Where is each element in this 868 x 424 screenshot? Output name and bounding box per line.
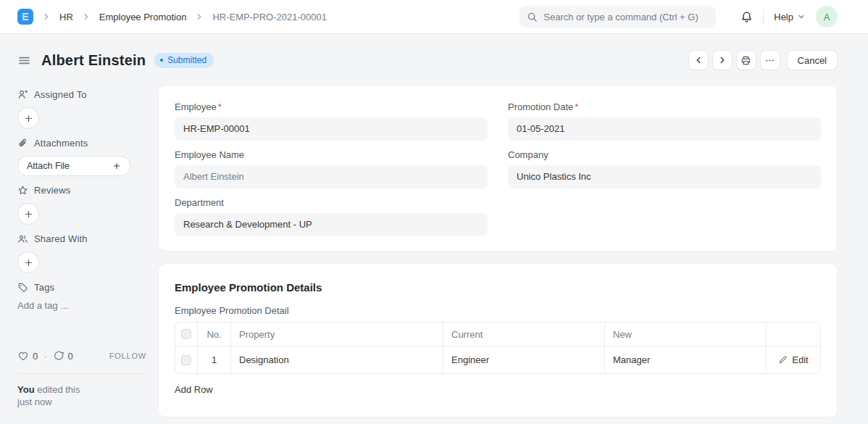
prev-document-button[interactable] [688, 50, 709, 70]
form-main: Employee* HR-EMP-00001 Promotion Date* 0… [158, 85, 838, 417]
field-company: Company Unico Plastics Inc [508, 149, 821, 188]
header-actions [766, 323, 820, 346]
chevron-right-icon [41, 12, 51, 22]
grid-field-label: Employee Promotion Detail [175, 305, 821, 316]
form-sidebar: Assigned To Attachments Attach File [17, 85, 146, 417]
plus-icon [112, 162, 121, 170]
employee-name-input[interactable]: Albert Einstein [175, 165, 488, 188]
cell-property[interactable]: Designation [230, 346, 443, 373]
promotion-date-label: Promotion Date* [508, 101, 821, 112]
breadcrumb-doctype[interactable]: Employee Promotion [99, 12, 187, 22]
field-department: Department Research & Development - UP [175, 197, 488, 236]
company-input[interactable]: Unico Plastics Inc [508, 165, 821, 188]
users-icon [17, 233, 28, 244]
shared-with-label: Shared With [34, 233, 88, 244]
comment-count: 0 [68, 351, 73, 362]
assigned-to-label: Assigned To [34, 89, 87, 100]
field-empty [508, 197, 821, 236]
department-input[interactable]: Research & Development - UP [175, 213, 488, 236]
help-menu[interactable]: Help [774, 12, 806, 22]
table-row[interactable]: 1 Designation Engineer Manager Edit [175, 346, 820, 373]
reviews-section: Reviews [17, 185, 146, 225]
row-select-cell [175, 346, 197, 373]
add-row-button[interactable]: Add Row [175, 384, 213, 395]
app-logo-icon[interactable]: E [17, 9, 33, 25]
tags-section: Tags Add a tag ... [17, 282, 146, 311]
select-all-checkbox[interactable] [181, 329, 191, 339]
table-header-row: No. Property Current New [175, 323, 820, 346]
user-avatar[interactable]: A [816, 6, 838, 28]
field-employee: Employee* HR-EMP-00001 [175, 101, 488, 141]
employee-name-label: Employee Name [175, 149, 488, 160]
header-property: Property [230, 323, 443, 346]
department-label: Department [175, 197, 488, 208]
sidebar-toggle-icon[interactable] [17, 54, 31, 67]
cell-new[interactable]: Manager [604, 346, 766, 373]
comment-icon[interactable] [53, 350, 64, 362]
employee-input[interactable]: HR-EMP-00001 [175, 117, 488, 141]
assigned-to-section: Assigned To [17, 89, 146, 129]
navbar-divider [763, 9, 764, 24]
page-container: Albert Einstein Submitted Cancel [0, 47, 868, 417]
social-row: 0 · 0 FOLLOW [17, 350, 146, 362]
status-label: Submitted [167, 55, 206, 65]
cancel-button[interactable]: Cancel [787, 50, 838, 70]
next-document-button[interactable] [712, 50, 733, 70]
cell-current[interactable]: Engineer [443, 346, 604, 373]
required-marker: * [218, 101, 222, 112]
print-button[interactable] [736, 50, 756, 70]
attach-file-label: Attach File [27, 161, 70, 171]
edit-row-button[interactable]: Edit [778, 354, 808, 365]
details-section-card: Employee Promotion Details Employee Prom… [158, 263, 838, 417]
edit-label: Edit [792, 354, 808, 365]
status-dot-icon [160, 59, 163, 62]
search-icon [527, 12, 538, 22]
field-promotion-date: Promotion Date* 01-05-2021 [508, 101, 821, 141]
attachments-section: Attachments Attach File [17, 138, 146, 176]
bell-icon[interactable] [740, 11, 753, 23]
row-checkbox[interactable] [181, 355, 191, 365]
chevron-right-icon [81, 12, 91, 22]
header-no: No. [197, 323, 230, 346]
paperclip-icon [17, 138, 28, 149]
tags-label: Tags [34, 282, 54, 293]
edited-info: You edited this just now [17, 384, 146, 409]
reviews-label: Reviews [34, 185, 71, 196]
breadcrumb-docname[interactable]: HR-EMP-PRO-2021-00001 [212, 12, 327, 22]
global-search[interactable] [519, 6, 716, 28]
promotion-date-input[interactable]: 01-05-2021 [508, 117, 821, 141]
status-badge: Submitted [154, 53, 214, 68]
page-header: Albert Einstein Submitted Cancel [17, 47, 838, 73]
navbar-right: Help A [740, 6, 838, 28]
page-title: Albert Einstein [41, 52, 146, 69]
menu-ellipsis-button[interactable] [760, 50, 780, 70]
heart-icon[interactable] [17, 350, 29, 362]
field-employee-name: Employee Name Albert Einstein [175, 149, 488, 188]
edited-time: just now [17, 396, 146, 409]
attachments-label: Attachments [34, 138, 88, 149]
required-marker: * [575, 101, 578, 112]
edited-action: edited this [37, 384, 80, 395]
form-section-card: Employee* HR-EMP-00001 Promotion Date* 0… [158, 85, 838, 252]
header-current: Current [443, 323, 604, 346]
attach-file-button[interactable]: Attach File [17, 156, 130, 176]
add-share-button[interactable] [17, 252, 39, 273]
sidebar-divider [17, 373, 146, 374]
navbar: E HR Employee Promotion HR-EMP-PRO-2021-… [0, 0, 868, 34]
page-layout: Assigned To Attachments Attach File [17, 85, 838, 417]
star-icon [17, 185, 28, 196]
section-title: Employee Promotion Details [175, 281, 821, 294]
search-input[interactable] [543, 12, 709, 22]
company-label: Company [508, 149, 821, 160]
assign-user-icon [17, 89, 28, 100]
follow-button[interactable]: FOLLOW [109, 352, 146, 360]
add-tag-input[interactable]: Add a tag ... [17, 300, 146, 311]
add-review-button[interactable] [17, 203, 39, 225]
dot-separator: · [43, 351, 46, 362]
chevron-right-icon [194, 12, 204, 22]
cell-no: 1 [197, 346, 230, 373]
tag-icon [17, 282, 28, 293]
breadcrumb-module[interactable]: HR [59, 12, 73, 22]
edited-by: You [17, 384, 35, 395]
add-assignment-button[interactable] [17, 107, 39, 129]
